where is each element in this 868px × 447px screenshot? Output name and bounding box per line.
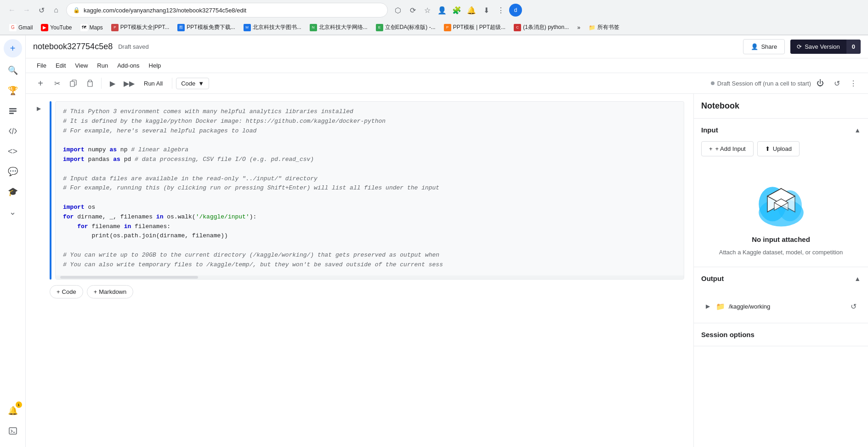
ppt2-favicon: 图 — [177, 24, 185, 31]
add-code-cell-button[interactable]: + Code — [50, 285, 83, 298]
more-bookmarks-icon: » — [577, 24, 580, 31]
sidebar-brackets-button[interactable]: <> — [4, 142, 22, 160]
code-filenames: filenames: — [131, 223, 170, 230]
menu-file[interactable]: File — [33, 60, 50, 71]
session-options-header[interactable]: Session options — [694, 323, 868, 346]
save-version-main[interactable]: ⟳ Save Version — [790, 40, 846, 54]
upload-button[interactable]: ⬆ Upload — [757, 141, 800, 156]
sidebar-discussion-button[interactable]: 💬 — [4, 162, 22, 181]
more-options-button[interactable]: ⋮ — [846, 76, 861, 91]
add-cell-toolbar-button[interactable]: + — [33, 76, 48, 91]
add-cell-row: + Code + Markdown — [33, 285, 684, 298]
code-type-label: Code — [181, 80, 195, 87]
bookmark-maps-label: Maps — [90, 24, 103, 31]
bookmark-gmail[interactable]: G Gmail — [6, 22, 36, 33]
no-input-subtitle: Attach a Kaggle dataset, model, or compe… — [719, 249, 843, 256]
back-button[interactable]: ← — [6, 4, 18, 17]
cut-button[interactable]: ✂ — [50, 76, 64, 91]
address-bar[interactable]: 🔒 kaggle.com/code/yanyanzhang123/noteboo… — [66, 3, 388, 17]
copy-button[interactable] — [66, 76, 81, 91]
output-item-working[interactable]: ▶ 📁 /kaggle/working ↺ — [701, 297, 861, 315]
no-input-title: No input attached — [752, 235, 810, 243]
cast-button[interactable]: ⬡ — [391, 4, 404, 17]
session-options-section: Session options — [694, 323, 868, 346]
code-type-dropdown[interactable]: Code ▼ — [176, 78, 209, 89]
bookmark-ppt2[interactable]: 图 PPT模板免费下载... — [174, 22, 238, 33]
run-prev-button[interactable]: ▶ — [105, 76, 120, 91]
share-icon: 👤 — [751, 43, 758, 50]
menu-addons[interactable]: Add-ons — [113, 60, 143, 71]
more-tools-button[interactable]: ⋮ — [494, 4, 507, 17]
bookmark-youtube[interactable]: ▶ YouTube — [37, 22, 75, 33]
run-all-button-icon[interactable]: ▶▶ — [122, 76, 136, 91]
menu-bar: File Edit View Run Add-ons Help — [26, 58, 868, 73]
bookmark-star-button[interactable]: ☆ — [421, 4, 434, 17]
sidebar-more-button[interactable]: ⌄ — [4, 203, 22, 221]
bookmark-maps[interactable]: 🗺 Maps — [77, 22, 107, 33]
input-section-header[interactable]: Input ▲ — [694, 119, 868, 141]
sidebar-terminal-button[interactable] — [4, 422, 22, 440]
sidebar-datasets-button[interactable] — [4, 102, 22, 120]
output-expand-button[interactable]: ▶ — [703, 302, 712, 311]
output-path: /kaggle/working — [729, 303, 844, 310]
forward-button[interactable]: → — [20, 4, 33, 17]
code-content[interactable]: # This Python 3 environment comes with m… — [56, 102, 684, 275]
copy-icon — [70, 80, 77, 87]
menu-edit[interactable]: Edit — [52, 60, 69, 71]
downloads-button[interactable]: ⬇ — [480, 4, 493, 17]
share-button[interactable]: 👤 Share — [743, 39, 785, 54]
paste-button[interactable] — [83, 76, 97, 91]
bookmark-eda[interactable]: E 立创EDA(标准版) -... — [372, 22, 439, 33]
bookmark-lib[interactable]: M 北京科技大学图书... — [240, 22, 305, 33]
input-collapse-arrow[interactable]: ▲ — [854, 126, 861, 134]
content-area: ▶ # This Python 3 environment comes with… — [26, 94, 868, 447]
output-collapse-arrow[interactable]: ▲ — [854, 275, 861, 282]
menu-view[interactable]: View — [71, 60, 91, 71]
menu-help[interactable]: Help — [145, 60, 165, 71]
code-comment-temp: # You can also write temporary files to … — [63, 261, 443, 268]
code-for2-kw: for — [63, 223, 88, 230]
toolbar-divider-1 — [101, 78, 102, 89]
sidebar-learn-button[interactable]: 🎓 — [4, 183, 22, 201]
bookmark-ppt1[interactable]: P PPT模板大全|PPT... — [108, 22, 173, 33]
upload-label: Upload — [773, 145, 792, 152]
power-button[interactable]: ⏻ — [813, 76, 828, 91]
code-comment-write: # You can write up to 20GB to the curren… — [63, 252, 439, 258]
sidebar-code-button[interactable] — [4, 122, 22, 140]
user-profile-button[interactable]: d — [509, 4, 522, 17]
bookmark-youtube-label: YouTube — [50, 24, 72, 31]
bookmark-folder[interactable]: 📁 所有书签 — [585, 22, 623, 33]
home-button[interactable]: ⌂ — [50, 4, 62, 17]
no-input-illustration: No input attached Attach a Kaggle datase… — [701, 164, 861, 259]
sidebar-competitions-button[interactable]: 🏆 — [4, 81, 22, 100]
bookmark-ppt3[interactable]: P PPT模板 | PPT超级... — [440, 22, 509, 33]
add-input-button[interactable]: + + Add Input — [701, 141, 754, 156]
bookmark-net[interactable]: N 北京科技大学网络... — [306, 22, 371, 33]
refresh-session-button[interactable]: ↺ — [829, 76, 844, 91]
translate-button[interactable]: ⟳ — [406, 4, 419, 17]
reload-button[interactable]: ↺ — [35, 4, 48, 17]
run-cell-button[interactable]: ▶ — [33, 103, 44, 114]
cell-scrollbar[interactable] — [56, 275, 684, 279]
cell-left-border — [50, 101, 51, 280]
code-line-9: # For example, running this (by clicking… — [63, 184, 439, 191]
bookmark-csdn[interactable]: C (1条消息) python... — [510, 22, 573, 33]
add-markdown-cell-button[interactable]: + Markdown — [87, 285, 134, 298]
add-new-button[interactable]: + — [4, 39, 22, 57]
svg-rect-8 — [88, 81, 92, 86]
extensions-button[interactable]: 🧩 — [450, 4, 463, 17]
profile-icon-btn[interactable]: 👤 — [436, 4, 448, 17]
code-cell[interactable]: # This Python 3 environment comes with m… — [55, 101, 684, 280]
menu-run[interactable]: Run — [93, 60, 112, 71]
code-line-2: # It is defined by the kaggle/python Doc… — [63, 118, 386, 125]
output-refresh-button[interactable]: ↺ — [848, 301, 859, 312]
sidebar-search-button[interactable]: 🔍 — [4, 61, 22, 80]
input-actions: + + Add Input ⬆ Upload — [701, 141, 861, 156]
run-all-label-button[interactable]: Run All — [138, 78, 168, 89]
save-version-button[interactable]: ⟳ Save Version 0 — [790, 40, 861, 54]
cell-area[interactable]: ▶ # This Python 3 environment comes with… — [26, 94, 692, 447]
output-section-header[interactable]: Output ▲ — [694, 267, 868, 290]
notifications-button[interactable]: 🔔 — [465, 4, 478, 17]
bookmark-more[interactable]: » — [573, 23, 584, 33]
code-walk: os.walk( — [163, 213, 195, 220]
